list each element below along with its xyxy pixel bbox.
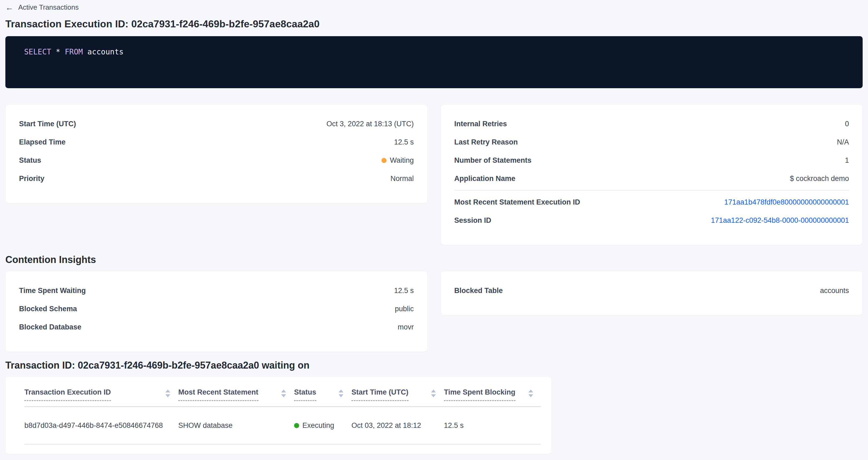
start-time-value: Oct 3, 2022 at 18:13 (UTC) — [327, 120, 414, 128]
number-of-statements-row: Number of Statements 1 — [454, 151, 849, 170]
sort-desc-icon — [431, 394, 436, 397]
back-to-active-transactions-link[interactable]: ← Active Transactions — [5, 3, 79, 11]
card-divider — [454, 190, 849, 191]
statement-execution-id-link[interactable]: 171aa1b478fdf0e80000000000000001 — [724, 198, 849, 206]
waiting-on-heading: Transaction ID: 02ca7931-f246-469b-b2fe-… — [5, 360, 863, 371]
waiting-on-table-card: Transaction Execution ID Most Recent Sta… — [5, 376, 552, 454]
sort-desc-icon — [165, 394, 170, 397]
blocked-table-row: Blocked Table accounts — [454, 281, 849, 300]
sort-icon — [281, 388, 286, 397]
elapsed-time-value: 12.5 s — [394, 138, 414, 146]
blocked-schema-value: public — [395, 305, 414, 313]
last-retry-reason-label: Last Retry Reason — [454, 138, 518, 146]
waiting-on-table-header-row: Transaction Execution ID Most Recent Sta… — [24, 388, 541, 401]
page-title: Transaction Execution ID: 02ca7931-f246-… — [5, 19, 863, 30]
sort-desc-icon — [339, 394, 343, 397]
sort-icon — [528, 388, 533, 397]
time-spent-waiting-row: Time Spent Waiting 12.5 s — [19, 281, 414, 300]
application-name-row: Application Name $ cockroach demo — [454, 170, 849, 188]
status-value: Waiting — [381, 156, 414, 164]
statement-execution-id-label: Most Recent Statement Execution ID — [454, 198, 580, 206]
blocked-schema-row: Blocked Schema public — [19, 300, 414, 318]
blocked-database-row: Blocked Database movr — [19, 318, 414, 336]
cell-status: Executing — [294, 421, 351, 430]
waiting-status-dot-icon — [381, 158, 386, 163]
column-header-status[interactable]: Status — [294, 388, 351, 401]
start-time-row: Start Time (UTC) Oct 3, 2022 at 18:13 (U… — [19, 115, 414, 133]
cell-status-text: Executing — [302, 421, 334, 430]
number-of-statements-value: 1 — [845, 156, 849, 164]
session-id-row: Session ID 171aa122-c092-54b8-0000-00000… — [454, 211, 849, 229]
contention-cards-grid: Time Spent Waiting 12.5 s Blocked Schema… — [5, 271, 863, 352]
transaction-summary-card-left: Start Time (UTC) Oct 3, 2022 at 18:13 (U… — [5, 104, 428, 203]
statement-execution-id-row: Most Recent Statement Execution ID 171aa… — [454, 193, 849, 211]
table-row: b8d7d03a-d497-446b-8474-e50846674768 SHO… — [24, 407, 541, 444]
sort-asc-icon — [431, 390, 436, 393]
sort-desc-icon — [528, 394, 533, 397]
column-header-label: Most Recent Statement — [178, 388, 258, 401]
column-header-start-time[interactable]: Start Time (UTC) — [351, 388, 444, 401]
status-value-text: Waiting — [390, 156, 414, 164]
column-header-label: Transaction Execution ID — [24, 388, 111, 401]
internal-retries-row: Internal Retries 0 — [454, 115, 849, 133]
back-link-label: Active Transactions — [18, 3, 79, 11]
start-time-label: Start Time (UTC) — [19, 120, 76, 128]
column-header-time-spent-blocking[interactable]: Time Spent Blocking — [444, 388, 541, 401]
sort-asc-icon — [339, 390, 343, 393]
last-retry-reason-value: N/A — [837, 138, 849, 146]
elapsed-time-row: Elapsed Time 12.5 s — [19, 133, 414, 151]
sort-icon — [431, 388, 436, 397]
cell-start-time: Oct 03, 2022 at 18:12 — [351, 421, 444, 430]
application-name-value: $ cockroach demo — [790, 175, 849, 183]
blocked-database-label: Blocked Database — [19, 323, 82, 331]
sort-asc-icon — [281, 390, 286, 393]
application-name-label: Application Name — [454, 175, 516, 183]
elapsed-time-label: Elapsed Time — [19, 138, 66, 146]
session-id-label: Session ID — [454, 216, 491, 225]
status-row: Status Waiting — [19, 151, 414, 170]
sort-icon — [165, 388, 170, 397]
priority-row: Priority Normal — [19, 170, 414, 188]
time-spent-waiting-label: Time Spent Waiting — [19, 286, 86, 295]
summary-cards-grid: Start Time (UTC) Oct 3, 2022 at 18:13 (U… — [5, 104, 863, 245]
column-header-label: Start Time (UTC) — [351, 388, 408, 401]
column-header-transaction-execution-id[interactable]: Transaction Execution ID — [24, 388, 178, 401]
sql-keyword-from: FROM — [65, 48, 83, 56]
time-spent-waiting-value: 12.5 s — [394, 286, 414, 295]
sql-statement-box: SELECT * FROM accounts — [5, 36, 863, 88]
number-of-statements-label: Number of Statements — [454, 156, 532, 164]
executing-status-dot-icon — [294, 423, 299, 428]
back-arrow-icon: ← — [5, 3, 13, 11]
sort-asc-icon — [528, 390, 533, 393]
sql-star: * — [56, 48, 60, 56]
sql-table-identifier: accounts — [87, 48, 124, 56]
blocked-table-label: Blocked Table — [454, 286, 503, 295]
blocked-table-value: accounts — [820, 286, 849, 295]
contention-card-left: Time Spent Waiting 12.5 s Blocked Schema… — [5, 271, 428, 352]
column-header-label: Time Spent Blocking — [444, 388, 516, 401]
column-header-label: Status — [294, 388, 316, 401]
blocked-database-value: movr — [398, 323, 414, 331]
cell-most-recent-statement: SHOW database — [178, 421, 294, 430]
cell-time-spent-blocking: 12.5 s — [444, 421, 541, 430]
column-header-most-recent-statement[interactable]: Most Recent Statement — [178, 388, 294, 401]
cell-transaction-execution-id: b8d7d03a-d497-446b-8474-e50846674768 — [24, 421, 178, 430]
internal-retries-label: Internal Retries — [454, 120, 507, 128]
sql-keyword-select: SELECT — [24, 48, 51, 56]
contention-insights-heading: Contention Insights — [5, 254, 863, 266]
sort-desc-icon — [281, 394, 286, 397]
sort-icon — [339, 388, 343, 397]
priority-label: Priority — [19, 175, 44, 183]
sort-asc-icon — [165, 390, 170, 393]
session-id-link[interactable]: 171aa122-c092-54b8-0000-000000000001 — [711, 216, 849, 225]
transaction-summary-card-right: Internal Retries 0 Last Retry Reason N/A… — [441, 104, 863, 245]
status-label: Status — [19, 156, 41, 164]
blocked-schema-label: Blocked Schema — [19, 305, 77, 313]
contention-card-right: Blocked Table accounts — [441, 271, 863, 315]
internal-retries-value: 0 — [845, 120, 849, 128]
last-retry-reason-row: Last Retry Reason N/A — [454, 133, 849, 151]
priority-value: Normal — [390, 175, 414, 183]
sql-statement-text: SELECT * FROM accounts — [24, 48, 844, 57]
transaction-details-page: ← Active Transactions Transaction Execut… — [0, 0, 868, 454]
